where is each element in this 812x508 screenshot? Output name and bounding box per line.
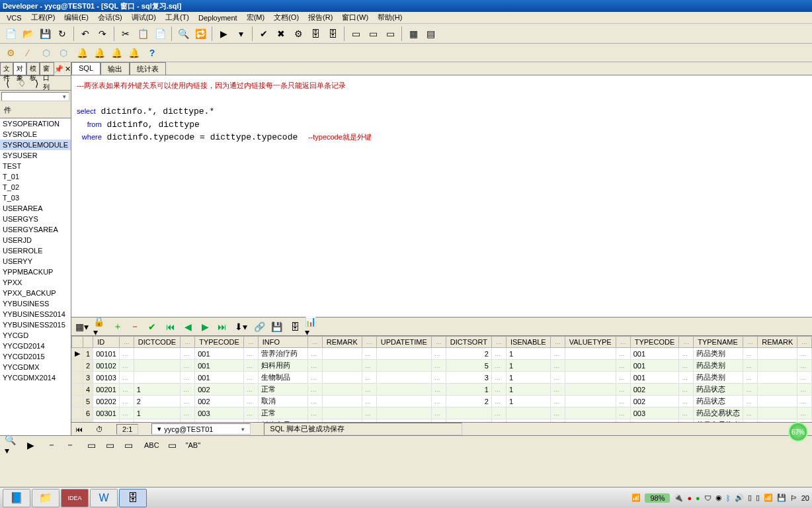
execute-icon[interactable]: ▶ bbox=[216, 26, 231, 42]
window1-icon[interactable]: ▭ bbox=[348, 26, 364, 42]
col-header[interactable]: ISENABLE bbox=[506, 337, 550, 348]
open-icon[interactable]: 📂 bbox=[20, 26, 36, 42]
tool-c-icon[interactable]: ⟩ bbox=[30, 77, 42, 89]
menu-vcs[interactable]: VCS bbox=[3, 13, 26, 22]
sql-editor[interactable]: ---两张表如果有外键关系可以使用内链接，因为通过内链接每一条只能返回单条记录 … bbox=[71, 75, 812, 318]
tray-dot-green-icon[interactable]: ● bbox=[696, 494, 700, 502]
find-icon[interactable]: 🔍 bbox=[175, 26, 191, 42]
object-item[interactable]: T_01 bbox=[0, 171, 71, 182]
window3-icon[interactable]: ▭ bbox=[382, 26, 398, 42]
save-icon[interactable]: 💾 bbox=[37, 26, 53, 42]
grid-icon[interactable]: ▦▾ bbox=[74, 319, 90, 335]
object-item[interactable]: T_02 bbox=[0, 182, 71, 192]
task-idea[interactable]: IDEA bbox=[61, 489, 89, 507]
rollback-icon[interactable]: ✖ bbox=[273, 26, 289, 42]
session-icon[interactable]: ⚙ bbox=[290, 26, 306, 42]
tray-flag-icon[interactable]: 🏳 bbox=[790, 494, 797, 502]
window2-icon[interactable]: ▭ bbox=[365, 26, 381, 42]
table-row[interactable]: 500202…2…002…取消………2…1……002…药品状态………… bbox=[72, 396, 812, 407]
tab-templates[interactable]: 模板 bbox=[26, 62, 40, 75]
object-item[interactable]: YYCGDMX bbox=[0, 362, 71, 372]
bf-search-icon[interactable]: 🔍▾ bbox=[4, 437, 20, 453]
table-row[interactable]: 400201…1…002…正常………1…1……002…药品状态………… bbox=[72, 384, 812, 396]
object-item[interactable]: USERGYSAREA bbox=[0, 224, 71, 235]
chart-icon[interactable]: 📊▾ bbox=[304, 319, 320, 335]
help-icon[interactable]: ? bbox=[144, 45, 160, 61]
object-item[interactable]: USERGYS bbox=[0, 214, 71, 224]
export-icon[interactable]: 💾 bbox=[268, 319, 284, 335]
tray-bt-icon[interactable]: ᛒ bbox=[726, 494, 731, 502]
table-row[interactable]: 300103……001…生物制品………3…1……001…药品类别………… bbox=[72, 372, 812, 384]
object-item[interactable]: YYBUSINESS2014 bbox=[0, 309, 71, 319]
task-app2[interactable]: 📁 bbox=[32, 489, 60, 507]
object-list[interactable]: SYSOPERATIONSYSROLESYSROLEMODULESYSUSERT… bbox=[0, 118, 71, 435]
tab-stats[interactable]: 统计表 bbox=[130, 62, 166, 75]
col-header[interactable]: VALUETYPE bbox=[565, 337, 616, 348]
table-row[interactable]: ▶100101……001…营养治疗药………2…1……001…药品类别………… bbox=[72, 348, 812, 360]
menu-debug[interactable]: 调试(D) bbox=[128, 12, 160, 23]
beauty2-icon[interactable]: 🔔 bbox=[91, 45, 107, 61]
col-header[interactable]: TYPECODE bbox=[195, 337, 244, 348]
object-item[interactable]: YYCGDMX2014 bbox=[0, 372, 71, 383]
tab-objects[interactable]: 对象 bbox=[13, 62, 26, 75]
task-word[interactable]: W bbox=[90, 489, 118, 507]
object-item[interactable]: USERYY bbox=[0, 256, 71, 267]
menu-edit[interactable]: 编辑(E) bbox=[60, 12, 93, 23]
link-icon[interactable]: 🔗 bbox=[251, 319, 267, 335]
task-app1[interactable]: 📘 bbox=[3, 489, 30, 507]
obj2-icon[interactable]: ⬡ bbox=[56, 45, 71, 61]
col-header[interactable]: DICTCODE bbox=[134, 337, 180, 348]
object-item[interactable]: YPPMBACKUP bbox=[0, 267, 71, 277]
object-item[interactable]: YPXX bbox=[0, 277, 71, 288]
new-icon[interactable]: 📄 bbox=[3, 26, 19, 42]
next-icon[interactable]: ▶ bbox=[197, 319, 213, 335]
menu-deployment[interactable]: Deployment bbox=[194, 13, 241, 22]
object-item[interactable]: YPXX_BACKUP bbox=[0, 288, 71, 298]
menu-tools[interactable]: 工具(T) bbox=[161, 12, 193, 23]
bf-x1-icon[interactable]: － bbox=[44, 437, 60, 453]
del-row-icon[interactable]: － bbox=[127, 319, 143, 335]
lock-icon[interactable]: 🔒▾ bbox=[93, 319, 108, 335]
object-item[interactable]: YYCGD bbox=[0, 330, 71, 341]
object-item[interactable]: SYSROLEMODULE bbox=[0, 140, 71, 150]
prev-icon[interactable]: ◀ bbox=[180, 319, 196, 335]
tray-misc1-icon[interactable]: ▯ bbox=[748, 493, 752, 502]
object-item[interactable]: YYCGD2015 bbox=[0, 351, 71, 362]
object-item[interactable]: SYSROLE bbox=[0, 129, 71, 140]
db2-icon[interactable]: 🗄 bbox=[325, 26, 341, 42]
object-item[interactable]: T_03 bbox=[0, 192, 71, 203]
bf-opt4-icon[interactable]: ▭ bbox=[165, 437, 181, 453]
cut-icon[interactable]: ✂ bbox=[118, 26, 134, 42]
tab-output[interactable]: 输出 bbox=[101, 62, 130, 75]
commit-icon[interactable]: ✔ bbox=[256, 26, 272, 42]
object-item[interactable]: YYCGD2014 bbox=[0, 341, 71, 351]
redo-icon[interactable]: ↷ bbox=[95, 26, 110, 42]
post-icon[interactable]: ✔ bbox=[144, 319, 160, 335]
tray-misc2-icon[interactable]: ▯ bbox=[756, 493, 760, 502]
last-icon[interactable]: ⏭ bbox=[214, 319, 230, 335]
beauty3-icon[interactable]: 🔔 bbox=[108, 45, 124, 61]
tray-dot-red-icon[interactable]: ● bbox=[687, 494, 692, 502]
tile-icon[interactable]: ▤ bbox=[423, 26, 438, 42]
object-item[interactable]: USERROLE bbox=[0, 245, 71, 256]
tray-signal-icon[interactable]: 📶 bbox=[764, 493, 773, 502]
table-row[interactable]: 600301…1…003…正常………………003…药品交易状态………… bbox=[72, 407, 812, 419]
close-icon[interactable]: ✕ bbox=[65, 65, 71, 73]
tray-nvidia-icon[interactable]: ◉ bbox=[715, 493, 722, 502]
db1-icon[interactable]: 🗄 bbox=[307, 26, 323, 42]
execute-dd-icon[interactable]: ▾ bbox=[233, 26, 249, 42]
obj-icon[interactable]: ⬡ bbox=[38, 45, 54, 61]
col-header[interactable]: REMARK bbox=[758, 337, 797, 348]
bf-opt3-icon[interactable]: ▭ bbox=[120, 437, 136, 453]
tab-files[interactable]: 文件 bbox=[0, 62, 13, 75]
object-item[interactable]: YYBUSINESS bbox=[0, 298, 71, 309]
undo-icon[interactable]: ↶ bbox=[77, 26, 93, 42]
refresh-icon[interactable]: ↻ bbox=[54, 26, 70, 42]
copy-icon[interactable]: 📋 bbox=[135, 26, 151, 42]
menu-project[interactable]: 工程(P) bbox=[27, 12, 60, 23]
cascade-icon[interactable]: ▦ bbox=[405, 26, 421, 42]
filter-dropdown[interactable] bbox=[1, 92, 69, 101]
tool-b-icon[interactable]: ♢ bbox=[16, 77, 28, 89]
col-header[interactable]: DICTSORT bbox=[446, 337, 491, 348]
bf-opt2-icon[interactable]: ▭ bbox=[102, 437, 118, 453]
